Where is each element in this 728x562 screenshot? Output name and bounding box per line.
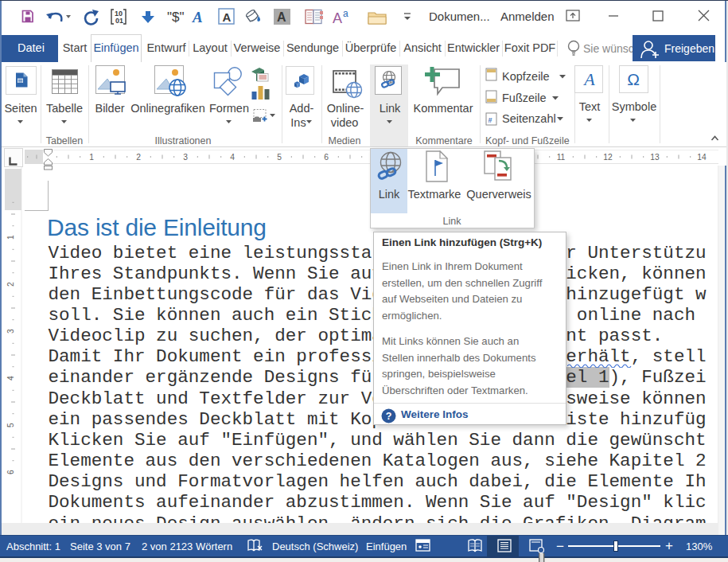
svg-text:A: A [333, 10, 342, 26]
svg-text:?: ? [386, 411, 392, 422]
svg-text:2: 2 [6, 282, 15, 287]
svg-text:a: a [343, 8, 348, 19]
svg-text:#: # [488, 116, 492, 124]
svg-text:A: A [192, 9, 203, 25]
svg-text:3: 3 [6, 329, 15, 334]
svg-text:A: A [277, 10, 286, 24]
svg-text:1: 1 [6, 235, 15, 240]
svg-text:13: 13 [650, 153, 660, 162]
svg-text:12: 12 [603, 153, 613, 162]
svg-text:6: 6 [324, 153, 329, 162]
svg-text:5: 5 [6, 423, 15, 427]
svg-text:4: 4 [6, 376, 15, 381]
svg-text:1: 1 [89, 153, 94, 162]
svg-text:01: 01 [115, 17, 123, 25]
svg-text:"$": "$" [167, 10, 185, 25]
svg-text:A: A [223, 10, 232, 24]
svg-text:6: 6 [6, 470, 15, 474]
svg-text:11: 11 [557, 153, 566, 162]
svg-text:4: 4 [230, 153, 235, 162]
svg-text:3: 3 [183, 153, 188, 162]
svg-text:5: 5 [277, 153, 282, 162]
svg-text:2: 2 [136, 153, 141, 162]
svg-text:14: 14 [697, 153, 707, 162]
